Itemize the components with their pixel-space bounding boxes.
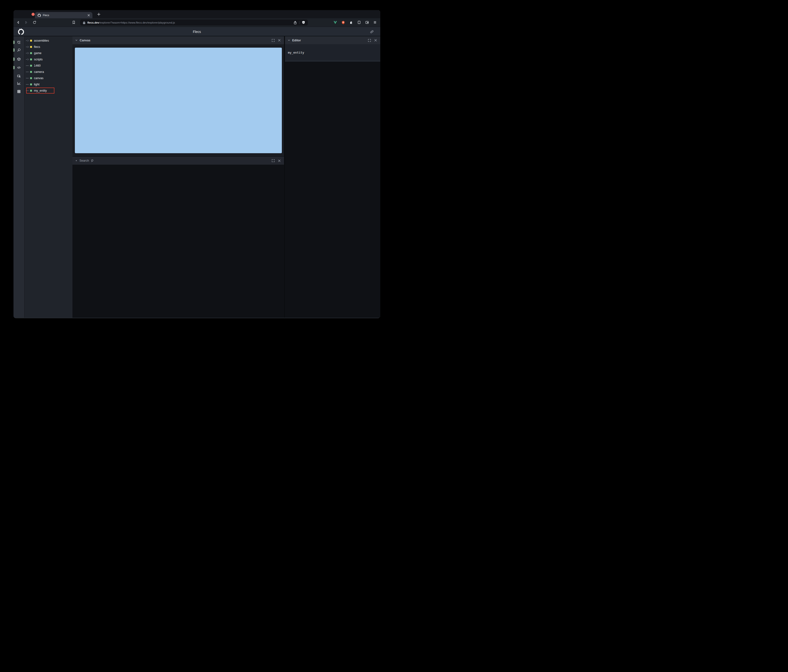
flecs-favicon-icon — [37, 13, 41, 17]
dot-icon — [76, 160, 77, 161]
fullscreen-icon[interactable] — [272, 159, 275, 162]
browser-toolbar: flecs.dev/explorer/?wasm=https://www.fle… — [13, 18, 380, 27]
entity-square-icon — [30, 59, 32, 60]
side-nav — [13, 36, 24, 318]
close-icon[interactable] — [278, 159, 281, 162]
content-area: assembliesflecsgamescripts1460cameracanv… — [13, 36, 380, 318]
expand-arrow-icon[interactable] — [26, 40, 29, 42]
canvas-panel-body — [72, 44, 284, 156]
app-header: Flecs — [13, 27, 380, 36]
entity-square-icon — [30, 90, 32, 92]
tree-item-label: camera — [34, 70, 44, 74]
center-column: Canvas Search — [72, 36, 284, 318]
tree-icon[interactable] — [17, 40, 21, 44]
extensions-puzzle-icon[interactable] — [349, 21, 353, 24]
active-indicator — [13, 57, 14, 61]
active-indicator — [13, 66, 14, 69]
editor-panel-header[interactable]: Editor — [285, 36, 380, 44]
browser-window: Flecs flecs.dev/explorer/?wasm=https://w… — [13, 10, 380, 318]
tree-item-light[interactable]: light — [25, 81, 72, 87]
link-icon[interactable] — [370, 30, 374, 34]
browser-tab[interactable]: Flecs — [35, 12, 92, 18]
shield-extension-icon[interactable] — [341, 21, 345, 24]
stats-chart-icon[interactable] — [17, 81, 21, 86]
close-button[interactable] — [32, 13, 35, 16]
code-icon[interactable] — [17, 66, 21, 70]
close-icon[interactable] — [374, 39, 377, 42]
entity-square-icon — [30, 52, 32, 54]
tree-item-1460[interactable]: 1460 — [25, 63, 72, 69]
tab-title: Flecs — [43, 14, 49, 17]
tree-item-game[interactable]: game — [25, 50, 72, 56]
tree-item-label: canvas — [34, 76, 44, 80]
wallet-icon[interactable] — [365, 21, 369, 24]
editor-panel-title: Editor — [292, 39, 301, 42]
search-panel-title: Search — [79, 159, 89, 162]
bookmark-icon[interactable] — [72, 21, 76, 25]
active-indicator — [13, 41, 14, 44]
active-indicator — [13, 48, 14, 52]
tree-item-scripts[interactable]: scripts — [25, 56, 72, 63]
tab-close-icon[interactable] — [87, 14, 90, 17]
entity-square-icon — [30, 65, 32, 67]
tree-item-label: my_entity — [34, 89, 47, 92]
render-canvas[interactable] — [75, 48, 282, 153]
canvas-panel-title: Canvas — [79, 39, 90, 42]
entities-cube-icon[interactable] — [17, 57, 21, 61]
url-text: flecs.dev/explorer/?wasm=https://www.fle… — [87, 21, 175, 24]
tree-item-label: game — [34, 51, 41, 55]
brave-lion-icon[interactable] — [302, 21, 305, 25]
tab-bar: Flecs — [13, 10, 380, 18]
expand-arrow-icon[interactable] — [26, 52, 29, 54]
leaf-dash-icon — [26, 77, 29, 79]
back-icon[interactable] — [16, 21, 20, 25]
chevron-down-icon[interactable] — [288, 39, 290, 41]
inspector-icon[interactable] — [17, 74, 21, 78]
forward-icon[interactable] — [24, 21, 28, 25]
canvas-panel-header[interactable]: Canvas — [72, 36, 284, 44]
tree-item-label: flecs — [34, 45, 40, 49]
fullscreen-icon[interactable] — [272, 39, 275, 42]
entity-square-icon — [30, 40, 32, 41]
editor-panel-body[interactable]: my_entity — [285, 44, 380, 60]
editor-divider — [285, 60, 380, 62]
toolbar-extension-icons — [334, 21, 377, 24]
share-icon[interactable] — [293, 21, 297, 25]
lock-icon — [83, 21, 86, 24]
entity-square-icon — [30, 84, 32, 86]
expand-arrow-icon[interactable] — [26, 46, 29, 48]
reload-icon[interactable] — [32, 21, 37, 25]
leaf-dash-icon — [26, 89, 29, 92]
leaf-dash-icon — [26, 65, 29, 67]
tree-item-assemblies[interactable]: assemblies — [25, 38, 72, 44]
tree-item-label: light — [34, 83, 40, 86]
entity-square-icon — [30, 71, 32, 73]
search-icon[interactable] — [17, 48, 21, 52]
tree-item-label: assemblies — [34, 39, 49, 42]
entity-tree-panel: assembliesflecsgamescripts1460cameracanv… — [24, 36, 72, 318]
magnifier-icon — [91, 159, 94, 162]
fullscreen-icon[interactable] — [368, 39, 371, 42]
leaf-dash-icon — [26, 71, 29, 73]
editor-column: Editor my_entity — [285, 36, 380, 318]
memory-icon[interactable] — [17, 89, 21, 94]
url-bar[interactable]: flecs.dev/explorer/?wasm=https://www.fle… — [80, 19, 308, 25]
leaf-dash-icon — [26, 83, 29, 86]
url-path: /explorer/?wasm=https://www.flecs.dev/ex… — [99, 21, 175, 24]
chevron-down-icon[interactable] — [75, 39, 78, 41]
page-title: Flecs — [13, 30, 380, 34]
tree-item-my_entity[interactable]: my_entity — [25, 87, 72, 94]
sidebar-toggle-icon[interactable] — [357, 21, 361, 24]
tree-item-canvas[interactable]: canvas — [25, 75, 72, 81]
tree-item-camera[interactable]: camera — [25, 69, 72, 75]
search-panel-header[interactable]: Search — [72, 157, 284, 165]
menu-icon[interactable] — [373, 21, 377, 24]
url-domain: flecs.dev — [87, 21, 99, 24]
new-tab-button[interactable] — [95, 11, 102, 17]
close-icon[interactable] — [278, 39, 281, 42]
vue-devtools-icon[interactable] — [334, 21, 337, 24]
tree-item-label: scripts — [34, 58, 43, 61]
entity-square-icon — [30, 77, 32, 79]
expand-arrow-icon[interactable] — [26, 58, 29, 60]
tree-item-flecs[interactable]: flecs — [25, 44, 72, 50]
